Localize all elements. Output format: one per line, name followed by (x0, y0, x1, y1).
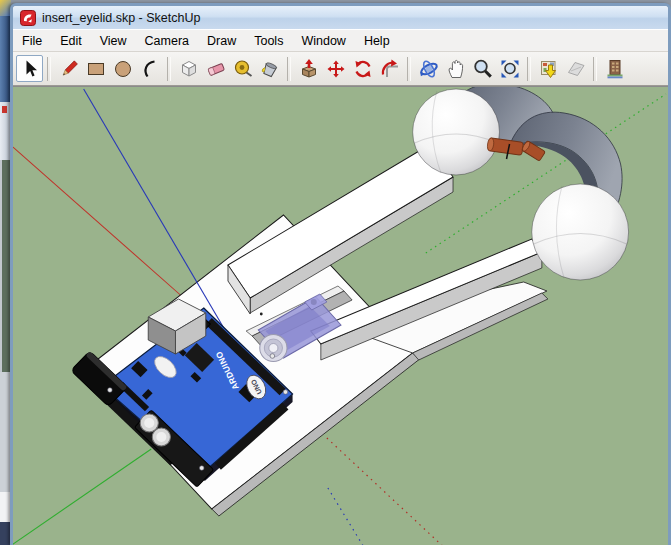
paint-bucket-icon (259, 58, 281, 80)
menu-help[interactable]: Help (355, 32, 399, 50)
menu-tools[interactable]: Tools (245, 32, 292, 50)
toolbar-separator (407, 57, 411, 81)
pan-tool-button[interactable] (442, 55, 469, 82)
share-model-icon (565, 58, 587, 80)
line-tool-button[interactable] (55, 55, 82, 82)
offset-arrow-icon (379, 58, 401, 80)
eyeball-left[interactable] (413, 89, 500, 175)
background-sketchup-logo-fragment (2, 106, 7, 113)
tape-measure-icon (232, 58, 254, 80)
rotate-tool-button[interactable] (349, 55, 376, 82)
pencil-icon (58, 58, 80, 80)
component-box-icon (178, 58, 200, 80)
servo-mount-hole (311, 299, 317, 305)
stray-endpoint-dot (260, 313, 263, 316)
paint-bucket-tool-button[interactable] (256, 55, 283, 82)
title-bar[interactable]: insert_eyelid.skp - SketchUp (13, 6, 668, 29)
eyeball-right[interactable] (532, 184, 629, 280)
toolbar-separator (527, 57, 531, 81)
magnifier-icon (472, 58, 494, 80)
toolbar-separator (47, 57, 51, 81)
arc-icon (139, 58, 161, 80)
rectangle-tool-button[interactable] (82, 55, 109, 82)
arc-tool-button[interactable] (136, 55, 163, 82)
move-tool-button[interactable] (322, 55, 349, 82)
screw-hole-3 (199, 466, 204, 471)
eraser-icon (205, 58, 227, 80)
desktop-screen: insert_eyelid.skp - SketchUp File Edit V… (0, 0, 671, 545)
circle-tool-button[interactable] (109, 55, 136, 82)
get-models-tool-button[interactable] (535, 55, 562, 82)
toolbar-separator (593, 57, 597, 81)
orbit-icon (418, 58, 440, 80)
eraser-tool-button[interactable] (202, 55, 229, 82)
circle-icon (112, 58, 134, 80)
pan-hand-icon (445, 58, 467, 80)
make-component-tool-button[interactable] (175, 55, 202, 82)
select-arrow-icon (19, 58, 41, 80)
menu-bar: File Edit View Camera Draw Tools Window … (13, 29, 668, 52)
toolbar (13, 52, 668, 86)
sketchup-window: insert_eyelid.skp - SketchUp File Edit V… (10, 3, 671, 545)
toolbar-separator (287, 57, 291, 81)
rectangle-icon (85, 58, 107, 80)
zoom-tool-button[interactable] (469, 55, 496, 82)
photo-textures-building-icon (604, 58, 626, 80)
sketchup-logo-icon (20, 10, 36, 26)
screw-hole-1 (283, 390, 288, 395)
3d-viewport[interactable]: ARDUINO UNO (13, 86, 668, 545)
menu-camera[interactable]: Camera (136, 32, 198, 50)
window-title: insert_eyelid.skp - SketchUp (42, 11, 200, 25)
offset-tool-button[interactable] (376, 55, 403, 82)
zoom-extents-tool-button[interactable] (496, 55, 523, 82)
screw-hole-4 (108, 388, 113, 393)
photo-textures-tool-button[interactable] (601, 55, 628, 82)
share-model-tool-button[interactable] (562, 55, 589, 82)
menu-edit[interactable]: Edit (51, 32, 91, 50)
screw-hole-2 (270, 354, 275, 359)
rotate-arrows-icon (352, 58, 374, 80)
orbit-tool-button[interactable] (415, 55, 442, 82)
push-pull-tool-button[interactable] (295, 55, 322, 82)
menu-window[interactable]: Window (292, 32, 354, 50)
menu-draw[interactable]: Draw (198, 32, 245, 50)
menu-view[interactable]: View (91, 32, 136, 50)
menu-file[interactable]: File (13, 32, 51, 50)
zoom-extents-icon (499, 58, 521, 80)
select-tool-button[interactable] (16, 55, 43, 82)
push-pull-icon (298, 58, 320, 80)
tape-measure-tool-button[interactable] (229, 55, 256, 82)
toolbar-separator (167, 57, 171, 81)
get-models-icon (538, 58, 560, 80)
move-arrows-icon (325, 58, 347, 80)
model-canvas[interactable]: ARDUINO UNO (13, 87, 668, 545)
